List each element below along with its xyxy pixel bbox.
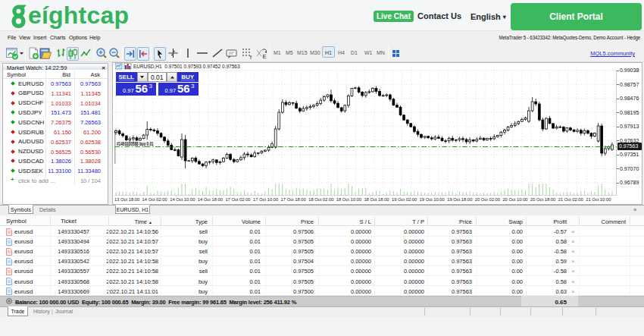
- svg-text:f: f: [250, 55, 252, 60]
- svg-text:E: E: [263, 53, 267, 60]
